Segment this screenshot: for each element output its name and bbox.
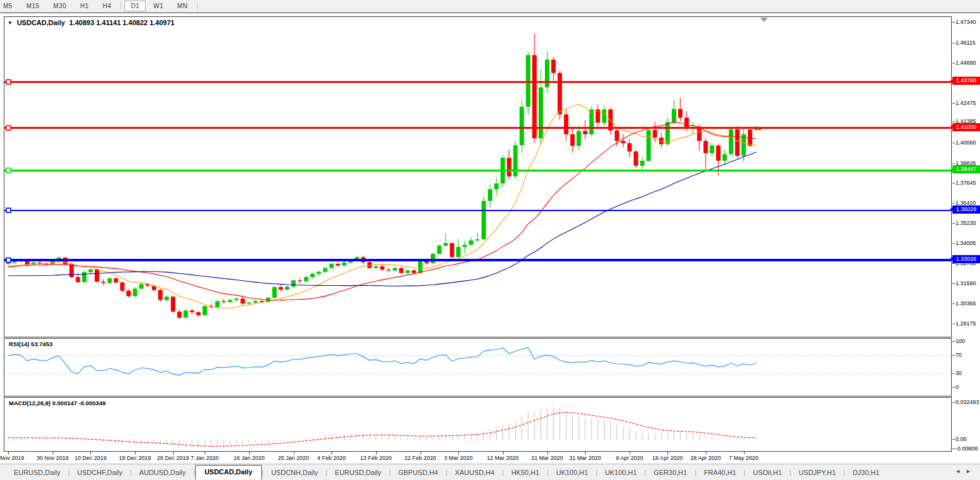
date-tick-mark [630, 452, 630, 454]
tab-uk100-h1[interactable]: UK100,H1 [549, 466, 596, 479]
date-tick-mark [744, 452, 745, 454]
tab-uk100-h1[interactable]: UK100,H1 [598, 466, 645, 479]
date-tick-mark [421, 452, 421, 454]
date-tick-mark [173, 452, 174, 454]
date-tick-mark [547, 452, 548, 454]
date-tick-mark [90, 452, 91, 454]
tab-dj30-h1[interactable]: DJ30,H1 [845, 466, 887, 479]
date-tick-mark [8, 452, 9, 454]
tab-scroll-controls: ◄ ► [955, 468, 971, 474]
date-tick-mark [294, 452, 294, 454]
hline-label-arrow-icon [950, 79, 952, 83]
date-tick-mark [667, 452, 668, 454]
rsi-tick-label: 70 [956, 352, 962, 358]
tab-xauusd-h4[interactable]: XAUUSD,H4 [448, 466, 502, 479]
date-tick-mark [331, 452, 332, 454]
chart-symbol-label: USDCAD,Daily [17, 19, 65, 26]
tabs-scroll-left-icon[interactable]: ◄ [955, 468, 961, 474]
rsi-tick-label: 30 [956, 370, 962, 376]
timeframe-toolbar: M5M15M30H1H4D1W1MN [0, 0, 980, 13]
timeframe-button-mn[interactable]: MN [171, 1, 194, 11]
date-tick-label: 7 Jan 2020 [180, 455, 230, 461]
rsi-line [8, 347, 757, 375]
price-tick-label: 1.44890 [956, 60, 976, 66]
rsi-indicator-panel[interactable] [4, 338, 952, 396]
moving-average-10 [8, 104, 757, 308]
tab-usoil-h1[interactable]: USOil,H1 [745, 466, 789, 479]
hline-price-label-1.41000[interactable]: 1.41000 [952, 123, 980, 131]
date-tick-mark [585, 452, 586, 454]
price-tick-label: 1.37645 [956, 180, 976, 186]
toolbar-separator [197, 2, 198, 10]
macd-indicator-label: MACD(12,26,9) 0.000147 -0.000349 [9, 400, 105, 406]
hline-price-label-1.33026[interactable]: 1.33026 [952, 255, 980, 263]
price-tick-label: 1.31590 [956, 280, 976, 286]
price-tick-label: 1.46115 [956, 40, 976, 46]
chart-tabs: EURUSD,Daily|USDCHF,Daily|AUDUSD,Daily|U… [0, 464, 887, 480]
tab-fra40-h1[interactable]: FRA40,H1 [696, 466, 743, 479]
date-tick-mark [205, 452, 205, 454]
timeframe-button-m15[interactable]: M15 [20, 1, 46, 11]
timeframe-button-d1[interactable]: D1 [124, 1, 146, 11]
macd-tick-label: 0.032493 [956, 399, 979, 405]
date-tick-label: 12 Mar 2020 [478, 455, 528, 461]
tab-usdcad-daily[interactable]: USDCAD,Daily [195, 465, 262, 479]
chart-window: ▼ USDCAD,Daily 1.40893 1.41141 1.40822 1… [0, 13, 980, 464]
symbol-dropdown-icon[interactable]: ▼ [8, 20, 13, 26]
chart-tab-bar: EURUSD,Daily|USDCHF,Daily|AUDUSD,Daily|U… [0, 464, 980, 480]
macd-signal-line [8, 413, 757, 447]
macd-histogram [8, 406, 757, 448]
hline-price-label-1.43780[interactable]: 1.43780 [952, 77, 980, 85]
rsi-tick-label: 0 [956, 384, 959, 390]
tab-eurusd-daily[interactable]: EURUSD,Daily [6, 466, 68, 479]
date-tick-mark [249, 452, 250, 454]
date-tick-mark [458, 452, 459, 454]
date-tick-label: 4 Feb 2020 [306, 455, 357, 461]
tab-usdcnh-daily[interactable]: USDCNH,Daily [264, 466, 326, 479]
tab-audusd-daily[interactable]: AUDUSD,Daily [132, 466, 193, 479]
price-tick-label: 1.40060 [956, 139, 976, 146]
timeframe-button-h1[interactable]: H1 [74, 1, 95, 11]
toolbar-separator [121, 2, 121, 10]
hline-label-arrow-icon [950, 207, 952, 211]
date-tick-label: 7 May 2020 [719, 455, 769, 461]
timeframe-button-m30[interactable]: M30 [47, 1, 73, 11]
price-tick-label: 1.47340 [956, 19, 976, 25]
date-tick-label: 13 Feb 2020 [351, 455, 401, 461]
tab-ger30-h1[interactable]: GER30,H1 [646, 466, 694, 479]
hline-label-arrow-icon [950, 125, 952, 129]
hline-price-label-1.36029[interactable]: 1.36029 [952, 205, 980, 214]
price-tick-label: 1.30365 [956, 300, 976, 307]
tab-hk50-h1[interactable]: HK50,H1 [503, 466, 547, 479]
date-tick-label: 3 Mar 2020 [433, 455, 483, 461]
price-axis[interactable]: 1.473401.461151.448901.424751.413851.400… [952, 13, 980, 452]
moving-average-25 [8, 123, 757, 300]
timeframe-button-h4[interactable]: H4 [97, 1, 118, 11]
tab-usdchf-daily[interactable]: USDCHF,Daily [70, 466, 130, 479]
chart-ohlc-values: 1.40893 1.41141 1.40822 1.40971 [69, 19, 175, 26]
macd-indicator-panel[interactable] [4, 397, 952, 452]
chart-shift-marker-icon[interactable] [760, 18, 768, 22]
tab-usdjpy-h1[interactable]: USDJPY,H1 [791, 466, 843, 479]
date-tick-mark [53, 452, 53, 454]
date-tick-label: 10 Dec 2019 [65, 455, 116, 461]
price-tick-label: 1.29175 [956, 320, 976, 327]
mt4-terminal-window: M5M15M30H1H4D1W1MN ▼ USDCAD,Daily 1.4089… [0, 0, 980, 480]
price-tick-label: 1.42475 [956, 100, 976, 106]
main-price-chart[interactable] [4, 16, 952, 337]
chart-ohlc-title: ▼ USDCAD,Daily 1.40893 1.41141 1.40822 1… [8, 19, 175, 26]
tabs-scroll-right-icon[interactable]: ► [966, 468, 971, 474]
rsi-tick-label: 100 [956, 338, 965, 344]
timeframe-button-w1[interactable]: W1 [147, 1, 170, 11]
macd-tick-label: 0.00 [956, 436, 967, 442]
date-tick-mark [503, 452, 503, 454]
date-axis[interactable]: 21 Nov 201930 Nov 201910 Dec 201919 Dec … [4, 452, 952, 464]
tab-eurusd-daily[interactable]: EURUSD,Daily [327, 466, 389, 479]
date-tick-label: 16 Jan 2020 [224, 455, 274, 461]
hline-price-label-1.38447[interactable]: 1.38447 [952, 165, 980, 173]
price-tick-label: 1.35230 [956, 220, 976, 226]
timeframe-button-m5[interactable]: M5 [0, 1, 19, 11]
price-tick-label: 1.34005 [956, 240, 976, 246]
tab-gbpusd-h4[interactable]: GBPUSD,H4 [390, 466, 446, 479]
macd-tick-label: -0.00808 [956, 445, 978, 452]
